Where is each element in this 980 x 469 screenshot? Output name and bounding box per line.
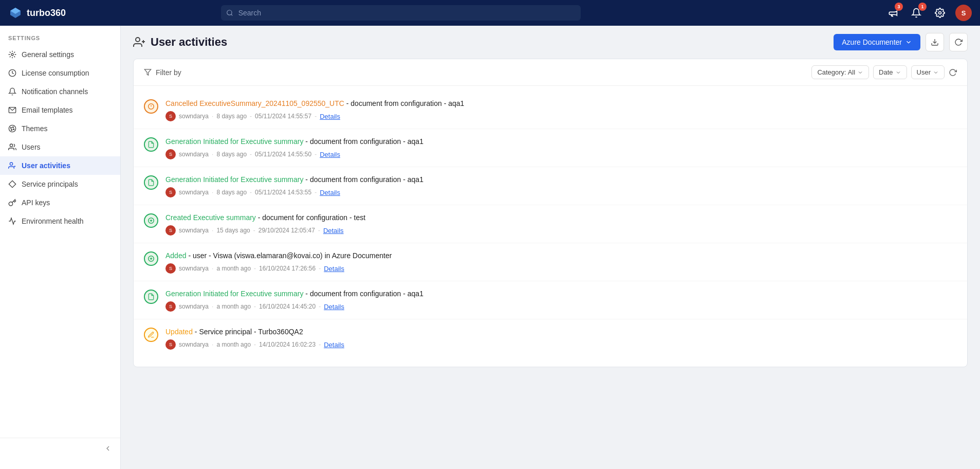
- separator: ·: [212, 265, 213, 272]
- refresh-button[interactable]: [949, 33, 968, 51]
- svg-point-7: [10, 128, 11, 129]
- app-logo[interactable]: turbo360: [8, 6, 66, 20]
- category-filter[interactable]: Category: All: [811, 65, 869, 79]
- activity-link[interactable]: Generation Initiated for Executive summa…: [165, 290, 303, 298]
- sidebar-item-user-activities[interactable]: User activities: [0, 156, 120, 175]
- meta-timestamp: 14/10/2024 16:02:23: [259, 341, 316, 348]
- filter-refresh-button[interactable]: [949, 68, 957, 77]
- activity-link[interactable]: Added: [165, 251, 186, 260]
- search-input[interactable]: [221, 5, 581, 21]
- azure-documenter-label: Azure Documenter: [842, 38, 902, 46]
- svg-point-0: [227, 10, 231, 15]
- separator: ·: [212, 341, 213, 348]
- user-filter[interactable]: User: [911, 65, 945, 79]
- filter-bar: Filter by Category: All Date User: [134, 59, 967, 86]
- activity-link[interactable]: Updated: [165, 328, 193, 336]
- activity-link[interactable]: Created Executive summary: [165, 213, 256, 222]
- sidebar-item-service-principals[interactable]: Service principals: [0, 175, 120, 193]
- sidebar-item-general-settings[interactable]: General settings: [0, 45, 120, 64]
- sidebar-label-users: Users: [22, 143, 41, 151]
- activity-list: Cancelled ExecutiveSummary_20241105_0925…: [134, 86, 967, 362]
- chevron-down-date-icon: [895, 69, 901, 76]
- sidebar-label-license: License consumption: [22, 69, 89, 77]
- svg-point-6: [9, 125, 15, 132]
- sidebar-item-api-keys[interactable]: API keys: [0, 193, 120, 212]
- svg-marker-18: [144, 69, 151, 75]
- activity-meta: S sowndarya · a month ago - 16/10/2024 1…: [165, 263, 957, 274]
- users-icon: [8, 143, 16, 151]
- list-item: Generation Initiated for Executive summa…: [134, 167, 967, 205]
- activity-title: Added - user - Viswa (viswa.elamaran@kov…: [165, 250, 957, 261]
- alerts-button[interactable]: 1: [908, 5, 924, 21]
- separator2: -: [250, 189, 252, 196]
- separator2: -: [254, 341, 256, 348]
- sidebar-label-general: General settings: [22, 50, 74, 59]
- details-link[interactable]: Details: [323, 227, 344, 234]
- meta-timestamp: 29/10/2024 12:05:47: [258, 227, 315, 234]
- list-item: Generation Initiated for Executive summa…: [134, 281, 967, 319]
- activity-icon-col: [144, 212, 158, 228]
- svg-point-12: [10, 163, 12, 165]
- separator: ·: [212, 303, 213, 310]
- meta-user: sowndarya: [179, 265, 209, 272]
- svg-marker-13: [9, 181, 15, 187]
- activity-meta: S sowndarya · 15 days ago - 29/10/2024 1…: [165, 225, 957, 236]
- activity-icon-col: [144, 288, 158, 304]
- activity-rest: - document from configuration - aqa1: [305, 175, 423, 184]
- topnav-actions: 3 1 S: [884, 5, 972, 21]
- activity-link[interactable]: Generation Initiated for Executive summa…: [165, 137, 303, 146]
- sidebar-item-themes[interactable]: Themes: [0, 119, 120, 138]
- sidebar-item-environment-health[interactable]: Environment health: [0, 212, 120, 230]
- activity-meta: S sowndarya · 8 days ago - 05/11/2024 14…: [165, 149, 957, 159]
- meta-user: sowndarya: [179, 189, 209, 196]
- sidebar-collapse-btn[interactable]: [104, 444, 112, 453]
- meta-user: sowndarya: [179, 227, 209, 234]
- sidebar-item-email-templates[interactable]: Email templates: [0, 101, 120, 119]
- meta-avatar: S: [165, 225, 176, 236]
- sidebar-item-users[interactable]: Users: [0, 138, 120, 156]
- activity-icon-col: [144, 174, 158, 190]
- notifications-badge: 3: [895, 3, 903, 11]
- details-link[interactable]: Details: [320, 113, 340, 120]
- activity-content: Generation Initiated for Executive summa…: [165, 136, 957, 159]
- details-link[interactable]: Details: [324, 341, 344, 349]
- key-icon: [8, 199, 16, 207]
- meta-user: sowndarya: [179, 341, 209, 348]
- chevron-left-icon: [104, 444, 112, 453]
- azure-documenter-button[interactable]: Azure Documenter: [834, 34, 920, 50]
- settings-button[interactable]: [932, 5, 948, 21]
- separator2: -: [254, 265, 256, 272]
- details-link[interactable]: Details: [320, 189, 340, 196]
- activity-type-icon: [144, 328, 158, 342]
- meta-avatar: S: [165, 111, 176, 121]
- activity-meta: S sowndarya · a month ago - 14/10/2024 1…: [165, 339, 957, 350]
- filter-right: Category: All Date User: [811, 65, 957, 79]
- meta-avatar: S: [165, 263, 176, 274]
- separator2: -: [250, 113, 252, 120]
- notifications-button[interactable]: 3: [884, 5, 901, 21]
- details-link[interactable]: Details: [324, 303, 344, 311]
- activity-title: Cancelled ExecutiveSummary_20241105_0925…: [165, 98, 957, 109]
- sidebar-label-themes: Themes: [22, 124, 48, 133]
- activity-content: Generation Initiated for Executive summa…: [165, 174, 957, 197]
- sidebar-item-license-consumption[interactable]: License consumption: [0, 64, 120, 82]
- date-filter[interactable]: Date: [873, 65, 907, 79]
- sidebar-item-notification-channels[interactable]: Notification channels: [0, 82, 120, 101]
- details-link[interactable]: Details: [320, 151, 340, 158]
- details-link[interactable]: Details: [324, 265, 344, 273]
- meta-timestamp: 05/11/2024 14:53:55: [255, 189, 311, 196]
- user-avatar[interactable]: S: [955, 5, 972, 21]
- meta-avatar: S: [165, 301, 176, 312]
- separator: ·: [212, 151, 213, 158]
- separator: ·: [212, 189, 213, 196]
- list-item: Created Executive summary - document for…: [134, 205, 967, 243]
- download-button[interactable]: [926, 33, 944, 51]
- filter-icon: [144, 68, 152, 76]
- activity-type-icon: [144, 251, 158, 266]
- sidebar-label-notifications: Notification channels: [22, 87, 88, 96]
- activity-link[interactable]: Generation Initiated for Executive summa…: [165, 175, 303, 184]
- separator: ·: [212, 227, 213, 234]
- activity-content: Generation Initiated for Executive summa…: [165, 288, 957, 312]
- activity-link[interactable]: Cancelled ExecutiveSummary_20241105_0925…: [165, 99, 344, 107]
- activity-meta: S sowndarya · 8 days ago - 05/11/2024 14…: [165, 111, 957, 121]
